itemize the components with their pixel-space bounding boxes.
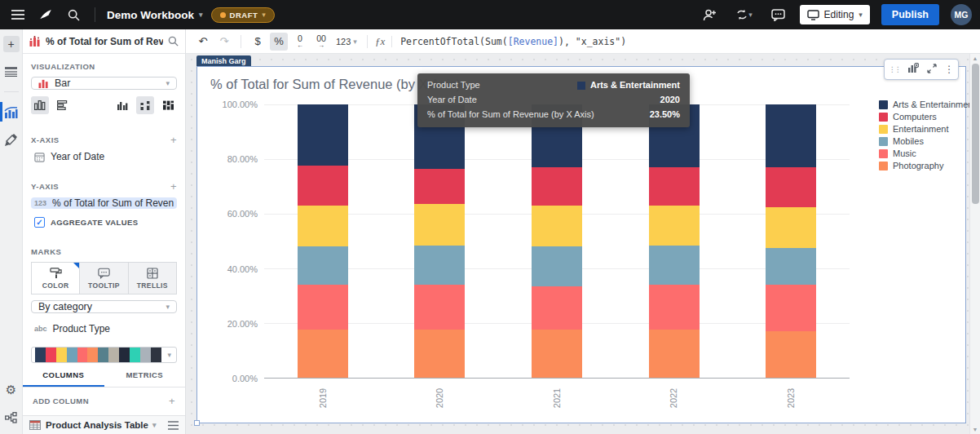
scrollbar-thumb[interactable] xyxy=(972,64,979,204)
undo-button[interactable]: ↶ xyxy=(194,33,212,51)
tab-metrics[interactable]: METRICS xyxy=(104,363,186,387)
aggregate-values-checkbox-row[interactable]: ✓ AGGREGATE VALUES xyxy=(34,217,177,228)
grouped-bar-icon[interactable] xyxy=(113,96,131,114)
bar-segment-entertainment[interactable] xyxy=(649,206,700,246)
bar-segment-entertainment[interactable] xyxy=(298,206,348,246)
publish-button[interactable]: Publish xyxy=(881,4,939,25)
bar-segment-music[interactable] xyxy=(766,285,816,331)
legend-item-entertainment[interactable]: Entertainment xyxy=(879,124,976,134)
chart-type-select[interactable]: Bar ▾ xyxy=(31,77,177,90)
bar-2023[interactable] xyxy=(766,104,816,378)
editing-mode-button[interactable]: Editing ▾ xyxy=(800,5,870,24)
decrease-decimal-button[interactable]: 0← xyxy=(291,33,309,51)
color-field[interactable]: abc Product Type xyxy=(31,323,177,334)
legend-item-music[interactable]: Music xyxy=(879,148,976,158)
bar-segment-entertainment[interactable] xyxy=(766,207,816,248)
bar-2020[interactable] xyxy=(414,104,465,378)
bar-segment-computers[interactable] xyxy=(414,169,465,205)
legend-item-arts-entertainment[interactable]: Arts & Entertainment xyxy=(879,100,976,109)
search-icon[interactable] xyxy=(168,36,179,46)
comments-icon[interactable] xyxy=(769,5,788,24)
increase-decimal-button[interactable]: 00→ xyxy=(312,33,330,51)
tab-trellis[interactable]: TRELLIS xyxy=(129,263,176,294)
tab-columns[interactable]: COLUMNS xyxy=(23,363,104,387)
workbook-canvas[interactable]: Manish Garg % of Total for Sum of Revenu… xyxy=(186,54,980,434)
explore-chart-icon[interactable] xyxy=(907,63,919,76)
legend-swatch xyxy=(879,149,888,158)
hamburger-menu-icon[interactable] xyxy=(8,5,28,24)
formula-bar[interactable]: PercentOfTotal(Sum([Revenue]), "x_axis") xyxy=(391,36,972,47)
bar-segment-photography[interactable] xyxy=(766,331,816,378)
lineage-icon[interactable] xyxy=(3,410,20,426)
percent-stacked-bar-icon[interactable] xyxy=(159,96,177,114)
horizontal-bar-icon[interactable] xyxy=(54,96,72,114)
bar-segment-music[interactable] xyxy=(298,285,348,330)
bar-segment-photography[interactable] xyxy=(532,330,582,378)
bar-segment-photography[interactable] xyxy=(649,330,700,378)
tab-color[interactable]: COLOR xyxy=(32,263,80,294)
drag-handle-icon[interactable]: ⋮⋮ xyxy=(889,65,900,73)
list-view-icon[interactable] xyxy=(168,421,179,430)
scroll-down-icon[interactable]: ▼ xyxy=(970,427,980,432)
bar-segment-mobiles[interactable] xyxy=(532,246,582,286)
legend-item-mobiles[interactable]: Mobiles xyxy=(879,136,976,146)
add-y-axis-button[interactable]: + xyxy=(170,180,177,193)
bar-2022[interactable] xyxy=(649,104,700,378)
add-user-icon[interactable] xyxy=(700,5,720,24)
bar-segment-arts-entertainment[interactable] xyxy=(298,104,348,166)
bar-segment-photography[interactable] xyxy=(298,330,348,378)
stacked-bar-icon[interactable] xyxy=(136,96,154,114)
resize-handle[interactable] xyxy=(194,420,200,426)
color-palette-select[interactable]: ▾ xyxy=(31,347,177,363)
add-element-button[interactable]: + xyxy=(3,36,20,52)
add-column-button[interactable]: + xyxy=(169,395,175,407)
refresh-schedule-icon[interactable]: ▾ xyxy=(731,5,757,24)
bar-segment-computers[interactable] xyxy=(649,167,700,206)
tooltip-row: % of Total for Sum of Revenue (by X Axis… xyxy=(427,108,680,121)
bar-segment-arts-entertainment[interactable] xyxy=(766,104,816,167)
sigma-logo-icon[interactable] xyxy=(36,5,55,24)
percent-format-button[interactable]: % xyxy=(270,33,288,51)
currency-format-button[interactable]: $ xyxy=(249,33,267,51)
element-properties-icon[interactable] xyxy=(3,104,20,120)
bar-segment-music[interactable] xyxy=(414,285,465,330)
bar-segment-computers[interactable] xyxy=(532,167,582,206)
bar-segment-music[interactable] xyxy=(649,285,700,330)
bar-2021[interactable] xyxy=(532,104,582,378)
redo-button[interactable]: ↷ xyxy=(215,33,233,51)
bar-segment-mobiles[interactable] xyxy=(298,246,348,285)
bar-segment-entertainment[interactable] xyxy=(414,204,465,245)
draft-badge[interactable]: DRAFT ▾ xyxy=(211,7,275,23)
bar-2019[interactable] xyxy=(298,104,348,378)
bar-segment-computers[interactable] xyxy=(766,167,816,207)
source-table-select[interactable]: Product Analysis Table ▾ xyxy=(46,420,163,430)
legend-item-computers[interactable]: Computers xyxy=(879,112,976,122)
x-axis-field[interactable]: Year of Date xyxy=(31,151,177,162)
scroll-up-icon[interactable]: ▲ xyxy=(970,55,980,61)
number-format-menu[interactable]: 123▾ xyxy=(333,33,360,51)
maximize-icon[interactable] xyxy=(927,64,937,76)
bar-segment-entertainment[interactable] xyxy=(532,206,582,246)
bar-segment-photography[interactable] xyxy=(414,330,465,378)
legend-item-photography[interactable]: Photography xyxy=(879,161,976,170)
color-by-select[interactable]: By category ▾ xyxy=(31,300,177,313)
add-x-axis-button[interactable]: + xyxy=(170,134,177,146)
tab-tooltip[interactable]: TOOLTIP xyxy=(80,263,128,294)
settings-gear-icon[interactable]: ⚙ xyxy=(3,382,20,398)
element-floating-toolbar: ⋮⋮ ⋮ xyxy=(884,59,959,80)
y-tick-label: 0.00% xyxy=(232,374,258,383)
bar-segment-mobiles[interactable] xyxy=(766,248,816,285)
vertical-scrollbar[interactable]: ▲ ▼ xyxy=(969,54,980,434)
bar-segment-mobiles[interactable] xyxy=(649,246,700,286)
bar-segment-computers[interactable] xyxy=(298,166,348,206)
bar-segment-mobiles[interactable] xyxy=(414,246,465,286)
user-avatar[interactable]: MG xyxy=(951,4,972,25)
bar-segment-music[interactable] xyxy=(532,286,582,330)
workbook-title[interactable]: Demo Workbook ▾ xyxy=(107,9,203,21)
outline-panel-icon[interactable] xyxy=(3,64,20,80)
vertical-bar-icon[interactable] xyxy=(31,96,49,114)
format-brush-icon[interactable] xyxy=(3,131,20,148)
y-axis-field[interactable]: 123 % of Total for Sum of Revenu... xyxy=(31,197,177,209)
kebab-menu-icon[interactable]: ⋮ xyxy=(944,64,954,75)
search-icon[interactable] xyxy=(64,5,83,24)
